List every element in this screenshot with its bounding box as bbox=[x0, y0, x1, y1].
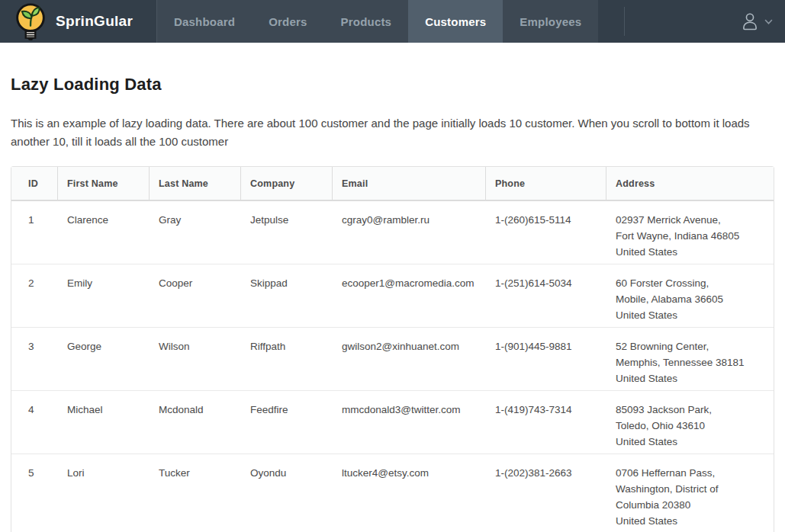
nav-item-label: Employees bbox=[520, 15, 581, 28]
cell-address: 0706 Heffernan Pass, Washington, Distric… bbox=[606, 454, 774, 532]
nav-item-products[interactable]: Products bbox=[324, 0, 409, 43]
table-row: 5LoriTuckerOyondultucker4@etsy.com1-(202… bbox=[11, 454, 774, 532]
cell-email: ltucker4@etsy.com bbox=[333, 454, 486, 532]
column-header-address: Address bbox=[606, 167, 774, 201]
column-header-last-name: Last Name bbox=[150, 167, 241, 201]
column-header-first-name: First Name bbox=[58, 167, 150, 201]
column-header-email: Email bbox=[333, 167, 486, 201]
cell-email: cgray0@rambler.ru bbox=[333, 201, 486, 264]
cell-id: 2 bbox=[11, 264, 58, 328]
cell-company: Skippad bbox=[241, 264, 333, 328]
nav-item-employees[interactable]: Employees bbox=[503, 0, 598, 43]
nav-item-label: Products bbox=[341, 15, 392, 28]
cell-first-name: George bbox=[58, 328, 150, 391]
column-header-id: ID bbox=[11, 167, 58, 201]
cell-phone: 1-(901)445-9881 bbox=[486, 328, 606, 391]
cell-address: 52 Browning Center, Memphis, Tennessee 3… bbox=[606, 328, 774, 391]
nav-spacer bbox=[625, 0, 740, 43]
cell-first-name: Clarence bbox=[58, 201, 150, 264]
cell-phone: 1-(202)381-2663 bbox=[486, 454, 606, 532]
cell-phone: 1-(251)614-5034 bbox=[486, 264, 606, 328]
user-menu-button[interactable] bbox=[740, 0, 785, 43]
brand[interactable]: SprinGular bbox=[0, 0, 156, 43]
cell-address: 02937 Merrick Avenue, Fort Wayne, Indian… bbox=[606, 201, 774, 264]
cell-address: 60 Forster Crossing, Mobile, Alabama 366… bbox=[606, 264, 774, 328]
navbar: SprinGular DashboardOrdersProductsCustom… bbox=[0, 0, 785, 43]
cell-email: gwilson2@xinhuanet.com bbox=[333, 328, 486, 391]
nav-menu: DashboardOrdersProductsCustomersEmployee… bbox=[156, 0, 598, 43]
page-title: Lazy Loading Data bbox=[11, 75, 774, 95]
table-row: 1ClarenceGrayJetpulsecgray0@rambler.ru1-… bbox=[11, 201, 774, 264]
cell-last-name: Tucker bbox=[150, 454, 241, 532]
column-header-phone: Phone bbox=[486, 167, 606, 201]
cell-last-name: Cooper bbox=[150, 264, 241, 328]
table-row: 4MichaelMcdonaldFeedfiremmcdonald3@twitt… bbox=[11, 391, 774, 454]
nav-item-orders[interactable]: Orders bbox=[252, 0, 323, 43]
chevron-down-icon bbox=[764, 19, 773, 25]
cell-last-name: Wilson bbox=[150, 328, 241, 391]
customers-table-container: IDFirst NameLast NameCompanyEmailPhoneAd… bbox=[11, 166, 774, 532]
nav-item-customers[interactable]: Customers bbox=[408, 0, 503, 43]
cell-company: Oyondu bbox=[241, 454, 333, 532]
cell-first-name: Emily bbox=[58, 264, 150, 328]
cell-last-name: Mcdonald bbox=[150, 391, 241, 454]
user-icon bbox=[740, 11, 760, 31]
cell-id: 1 bbox=[11, 201, 58, 264]
cell-first-name: Lori bbox=[58, 454, 150, 532]
cell-id: 3 bbox=[11, 328, 58, 391]
cell-email: mmcdonald3@twitter.com bbox=[333, 391, 486, 454]
cell-phone: 1-(260)615-5114 bbox=[486, 201, 606, 264]
cell-id: 5 bbox=[11, 454, 58, 532]
cell-id: 4 bbox=[11, 391, 58, 454]
brand-name: SprinGular bbox=[56, 13, 133, 30]
table-header-row: IDFirst NameLast NameCompanyEmailPhoneAd… bbox=[11, 167, 774, 201]
table-row: 3GeorgeWilsonRiffpathgwilson2@xinhuanet.… bbox=[11, 328, 774, 391]
cell-company: Riffpath bbox=[241, 328, 333, 391]
nav-item-dashboard[interactable]: Dashboard bbox=[157, 0, 252, 43]
cell-first-name: Michael bbox=[58, 391, 150, 454]
nav-item-label: Customers bbox=[425, 15, 486, 28]
cell-company: Jetpulse bbox=[241, 201, 333, 264]
cell-company: Feedfire bbox=[241, 391, 333, 454]
main-content: Lazy Loading Data This is an example of … bbox=[0, 75, 785, 532]
cell-last-name: Gray bbox=[150, 201, 241, 264]
nav-item-label: Orders bbox=[269, 15, 307, 28]
cell-phone: 1-(419)743-7314 bbox=[486, 391, 606, 454]
customers-table: IDFirst NameLast NameCompanyEmailPhoneAd… bbox=[11, 166, 774, 532]
table-body: 1ClarenceGrayJetpulsecgray0@rambler.ru1-… bbox=[11, 201, 774, 532]
plant-bulb-icon bbox=[12, 2, 49, 42]
cell-email: ecooper1@macromedia.com bbox=[333, 264, 486, 328]
table-head: IDFirst NameLast NameCompanyEmailPhoneAd… bbox=[11, 167, 774, 201]
cell-address: 85093 Jackson Park, Toledo, Ohio 43610 U… bbox=[606, 391, 774, 454]
nav-item-label: Dashboard bbox=[174, 15, 235, 28]
table-row: 2EmilyCooperSkippadecooper1@macromedia.c… bbox=[11, 264, 774, 328]
page-description: This is an example of lazy loading data.… bbox=[11, 114, 774, 151]
column-header-company: Company bbox=[241, 167, 333, 201]
